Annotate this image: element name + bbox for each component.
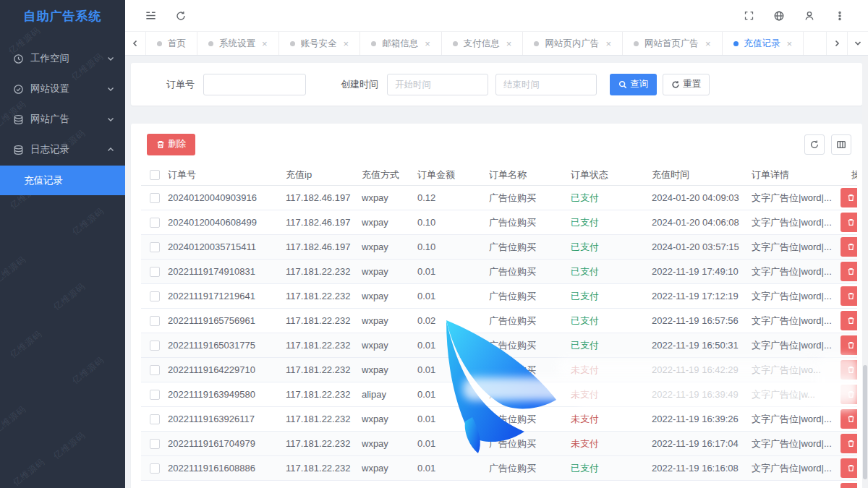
trash-icon	[847, 390, 855, 398]
reset-button[interactable]: 重置	[663, 74, 710, 95]
row-checkbox[interactable]	[150, 316, 160, 326]
cell-amount: 0.01	[417, 414, 489, 424]
row-checkbox[interactable]	[150, 267, 160, 277]
close-icon[interactable]: ×	[262, 39, 268, 48]
sidebar-menu: 工作空间 网站设置 网站广告	[0, 43, 125, 195]
row-checkbox[interactable]	[150, 463, 160, 474]
row-checkbox[interactable]	[150, 242, 160, 252]
more-vertical-icon[interactable]	[827, 4, 852, 28]
tab-recharge-records[interactable]: 充值记录 ×	[723, 32, 804, 55]
row-delete-button[interactable]: 删除	[841, 286, 857, 306]
tabs-scroll-left-button[interactable]	[125, 32, 146, 55]
row-checkbox[interactable]	[150, 439, 160, 449]
row-delete-button[interactable]: 删除	[841, 483, 857, 488]
row-checkbox[interactable]	[150, 390, 160, 400]
sidebar-item-workspace[interactable]: 工作空间	[0, 43, 125, 74]
cell-order-detail: 文字广告位|wo...	[752, 364, 832, 377]
cell-amount: 0.01	[417, 389, 489, 400]
close-icon[interactable]: ×	[787, 39, 793, 48]
tab-label: 充值记录	[744, 38, 780, 50]
tab-payment-info[interactable]: 支付信息 ×	[442, 32, 524, 55]
language-globe-icon[interactable]	[767, 4, 791, 28]
cell-method: wxpay	[362, 438, 417, 449]
watermark-text: 亿维源码	[51, 281, 88, 313]
close-icon[interactable]: ×	[605, 39, 611, 48]
delete-selected-button[interactable]: 删除	[147, 134, 195, 155]
status-text: 已支付	[571, 340, 599, 351]
row-delete-button[interactable]: 删除	[841, 458, 857, 478]
fullscreen-icon[interactable]	[736, 4, 761, 28]
trash-icon	[847, 218, 855, 226]
sidebar-item-recharge-records[interactable]: 充值记录	[0, 166, 125, 195]
tabs-scroll-right-button[interactable]	[826, 32, 847, 55]
table-row: 20221119163926117 117.181.22.232 wxpay 0…	[141, 407, 857, 432]
tab-home[interactable]: 首页	[146, 32, 197, 55]
refresh-icon[interactable]	[169, 4, 193, 28]
col-header-name: 订单名称	[489, 168, 571, 181]
column-settings-button[interactable]	[831, 134, 851, 155]
sidebar-item-logs[interactable]: 日志记录	[0, 134, 125, 165]
row-delete-button[interactable]: 删除	[841, 434, 857, 453]
tabs-dropdown-button[interactable]	[847, 32, 868, 55]
order-number-input[interactable]	[203, 74, 306, 95]
close-icon[interactable]: ×	[425, 39, 430, 48]
start-time-input[interactable]	[387, 74, 488, 95]
sidebar-item-site-settings[interactable]: 网站设置	[0, 74, 125, 104]
row-delete-button[interactable]: 删除	[841, 335, 857, 355]
trash-icon	[847, 317, 855, 325]
cell-amount: 0.01	[417, 438, 489, 449]
sidebar-item-site-ads[interactable]: 网站广告	[0, 104, 125, 134]
tab-label: 网站首页广告	[644, 38, 699, 50]
tab-label: 邮箱信息	[382, 38, 418, 50]
tabs: 首页 系统设置 × 账号安全 × 邮箱信息 × 支付信息 ×	[146, 32, 804, 55]
row-checkbox[interactable]	[150, 193, 160, 203]
row-delete-button[interactable]: 删除	[841, 409, 857, 429]
row-delete-button[interactable]: 删除	[841, 360, 857, 380]
search-icon	[618, 80, 627, 89]
tab-system-settings[interactable]: 系统设置 ×	[197, 32, 279, 55]
row-delete-button[interactable]: 删除	[841, 213, 857, 232]
select-all-checkbox[interactable]	[150, 170, 160, 180]
table-row: 20221119164229710 117.181.22.232 wxpay 0…	[141, 358, 857, 382]
status-text: 已支付	[571, 463, 599, 474]
row-checkbox[interactable]	[150, 341, 160, 351]
tab-homepage-ads[interactable]: 网站首页广告 ×	[623, 32, 723, 55]
cell-method: wxpay	[362, 315, 417, 326]
cell-recharge-ip: 117.181.22.232	[286, 340, 362, 351]
col-header-method: 充值方式	[362, 168, 417, 181]
collapse-menu-icon[interactable]	[138, 4, 163, 28]
row-delete-button[interactable]: 删除	[841, 311, 857, 330]
cell-order-number: 20240120035715411	[168, 241, 286, 252]
cell-method: wxpay	[362, 266, 417, 277]
close-icon[interactable]: ×	[344, 39, 349, 48]
close-icon[interactable]: ×	[705, 39, 711, 48]
vertical-scrollbar[interactable]	[862, 56, 868, 488]
sidebar-subitem-label: 充值记录	[24, 174, 63, 187]
cell-method: wxpay	[362, 463, 417, 474]
close-icon[interactable]: ×	[506, 39, 512, 48]
order-number-label: 订单号	[166, 78, 195, 91]
tab-dot	[453, 41, 458, 46]
cell-order-number: 20221119163926117	[168, 414, 286, 424]
row-checkbox[interactable]	[150, 414, 160, 424]
row-delete-button[interactable]: 删除	[841, 237, 857, 257]
table-refresh-button[interactable]	[804, 134, 825, 155]
col-header-amount: 订单金额	[417, 168, 489, 181]
tab-email-info[interactable]: 邮箱信息 ×	[360, 32, 442, 55]
row-checkbox[interactable]	[150, 218, 160, 228]
search-button[interactable]: 查询	[610, 74, 657, 95]
col-header-action: 操作	[832, 168, 857, 181]
row-checkbox[interactable]	[150, 365, 160, 375]
user-icon[interactable]	[797, 4, 822, 28]
end-time-input[interactable]	[495, 74, 597, 95]
cell-recharge-ip: 117.181.22.232	[286, 291, 362, 301]
tabbar: 首页 系统设置 × 账号安全 × 邮箱信息 × 支付信息 ×	[125, 32, 868, 56]
row-delete-button[interactable]: 删除	[841, 385, 857, 404]
watermark-text: 亿维源码	[7, 328, 44, 361]
tab-account-security[interactable]: 账号安全 ×	[279, 32, 361, 55]
row-delete-button[interactable]: 删除	[841, 188, 857, 207]
scrollbar-thumb[interactable]	[863, 365, 867, 479]
row-delete-button[interactable]: 删除	[841, 262, 857, 281]
row-checkbox[interactable]	[150, 291, 160, 301]
tab-page-ads[interactable]: 网站页内广告 ×	[523, 32, 623, 55]
